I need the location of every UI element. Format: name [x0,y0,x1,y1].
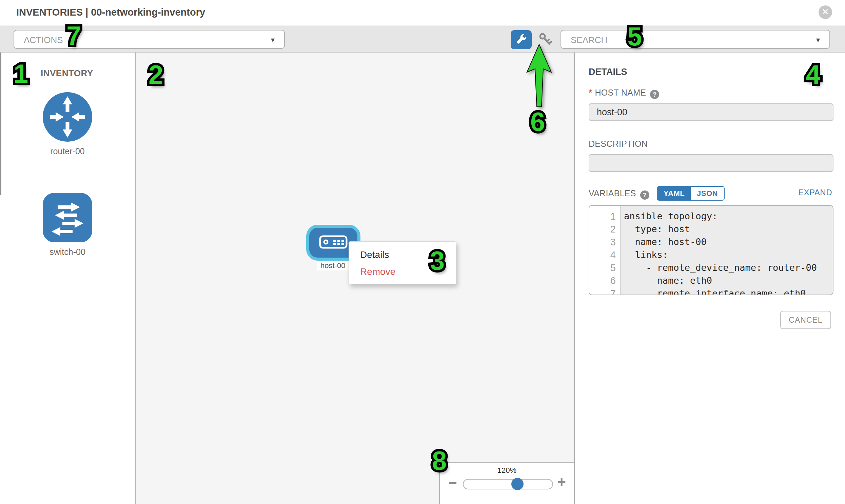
chevron-down-icon: ▾ [816,36,820,44]
page-title: INVENTORIES | 00-networking-inventory [16,7,205,18]
description-label: DESCRIPTION [589,139,648,149]
host-node-label: host-00 [317,261,349,270]
help-question-icon[interactable]: ? [650,90,659,99]
line-number: 5 [589,261,620,274]
zoom-slider-handle[interactable] [511,478,524,490]
search-dropdown[interactable]: SEARCH ▾ [561,30,830,49]
toolbar: ACTIONS ▾ [0,26,845,53]
sidebar-title: INVENTORY [41,68,93,79]
host-name-label-row: *HOST NAME? [589,87,659,99]
code-line: name: eth0 [624,274,833,287]
code-line: remote_interface_name: eth0 [624,287,833,295]
zoom-control: 120% − + [439,462,574,504]
details-panel-title: DETAILS [589,67,627,77]
search-placeholder: SEARCH [571,35,607,46]
code-line: links: [624,249,833,261]
chevron-down-icon: ▾ [271,36,275,44]
palette-item-label: switch-00 [42,247,93,257]
key-icon [537,43,553,49]
line-number: 1 [589,210,620,223]
close-icon: ✕ [818,5,832,19]
actions-dropdown[interactable]: ACTIONS ▾ [14,30,285,49]
help-question-icon[interactable]: ? [640,191,649,200]
zoom-out-button[interactable]: − [448,475,457,491]
menu-item-details[interactable]: Details [349,247,456,263]
inventory-topology-window: INVENTORIES | 00-networking-inventory ✕ … [0,0,845,504]
zoom-level-label: 120% [440,466,574,475]
editor-line-numbers: 1 2 3 4 5 6 7 [589,206,620,294]
code-line: ansible_topology: [624,210,833,223]
palette-item-switch[interactable]: switch-00 [42,192,93,257]
description-input[interactable] [589,154,833,172]
cancel-button[interactable]: CANCEL [780,311,831,329]
page-header: INVENTORIES | 00-networking-inventory ✕ [0,0,845,25]
variables-format-toggle: YAML JSON [657,186,725,201]
line-number: 2 [589,223,620,236]
close-button[interactable]: ✕ [818,5,832,19]
host-name-input[interactable] [589,103,833,121]
code-line: name: host-00 [624,236,833,249]
configure-tools-button[interactable] [511,30,532,49]
actions-dropdown-label: ACTIONS [24,35,63,46]
palette-item-router[interactable]: router-00 [42,91,93,156]
wrench-icon [514,42,528,47]
tab-json[interactable]: JSON [691,187,724,200]
editor-code-area[interactable]: ansible_topology: type: host name: host-… [620,206,833,294]
variables-label: VARIABLES [589,188,636,198]
tab-yaml[interactable]: YAML [657,187,691,200]
details-panel: DETAILS *HOST NAME? DESCRIPTION VARIABLE… [574,53,845,504]
topology-canvas[interactable]: host-00 Details Remove 120% − + [136,53,574,504]
line-number: 6 [589,274,620,287]
key-button[interactable] [536,31,555,49]
code-line: - remote_device_name: router-00 [624,261,833,274]
palette-item-label: router-00 [42,146,93,156]
zoom-slider[interactable] [463,479,553,489]
line-number: 4 [589,249,620,261]
inventory-sidebar: INVENTORY router-00 [0,53,136,504]
variables-label-row: VARIABLES? [589,188,649,200]
required-asterisk: * [589,87,592,97]
menu-item-remove[interactable]: Remove [349,263,456,280]
sidebar-scrollbar[interactable] [0,53,1,195]
router-icon [42,138,93,143]
context-menu: Details Remove [349,241,456,284]
variables-code-editor[interactable]: 1 2 3 4 5 6 7 ansible_topology: type: ho… [589,205,833,295]
line-number: 7 [589,287,620,295]
expand-link[interactable]: EXPAND [798,188,832,197]
host-name-label: HOST NAME [595,88,646,97]
zoom-in-button[interactable]: + [557,473,566,490]
code-line: type: host [624,223,833,236]
switch-icon [42,238,93,244]
line-number: 3 [589,236,620,249]
